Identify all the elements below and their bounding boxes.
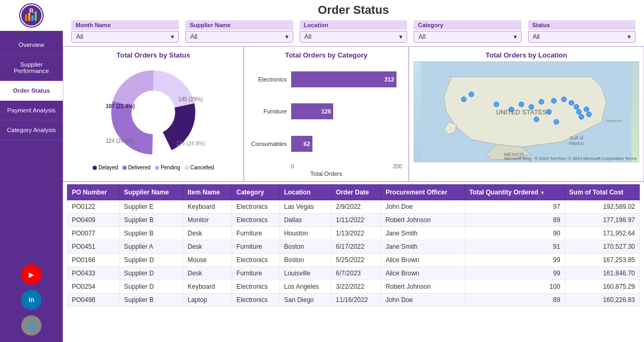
svg-point-10	[135, 94, 172, 131]
col-procurement-officer: Procurement Officer	[381, 185, 465, 200]
filter-supplier-select[interactable]: All▾	[185, 31, 293, 43]
svg-point-33	[587, 112, 591, 117]
filter-status-label: Status	[528, 20, 635, 30]
filter-bar: Month Name All▾ Supplier Name All▾ Locat…	[71, 20, 635, 43]
sidebar-nav: Overview Supplier Performance Order Stat…	[0, 35, 63, 140]
svg-point-38	[494, 102, 499, 107]
filter-status: Status All▾	[528, 20, 635, 43]
svg-rect-5	[35, 11, 37, 21]
table-row: PO0451Supplier ADeskFurnitureBoston6/17/…	[68, 240, 640, 254]
filter-month: Month Name All▾	[71, 20, 179, 43]
table-row: PO0077Supplier BDeskFurnitureHouston1/13…	[68, 227, 640, 240]
svg-point-30	[576, 109, 581, 114]
filter-status-select[interactable]: All▾	[528, 31, 635, 43]
table-row: PO0433Supplier DDeskFurnitureLouisville6…	[68, 267, 640, 280]
table-row: PO0409Supplier BMonitorElectronicsDallas…	[68, 214, 640, 227]
svg-point-26	[551, 99, 556, 103]
svg-point-29	[574, 104, 579, 109]
filter-month-select[interactable]: All▾	[71, 31, 179, 43]
sidebar-item-order-status[interactable]: Order Status	[0, 81, 63, 101]
charts-area: Total Orders by Status	[63, 46, 644, 182]
bar-label-furniture: Furniture	[249, 108, 287, 115]
donut-chart: 107 (21.4%) 145 (29%) 124 (24.8%) 124 (2…	[68, 61, 239, 162]
col-location: Location	[279, 185, 331, 200]
bar-label-consumables: Consumables	[249, 141, 287, 147]
filter-supplier-label: Supplier Name	[185, 20, 293, 30]
bar-chart-title: Total Orders by Category	[249, 51, 404, 59]
filter-category: Category All▾	[414, 20, 521, 43]
svg-text:Gulf of: Gulf of	[570, 135, 584, 141]
data-table-area: PO Number Supplier Name Item Name Catego…	[63, 182, 644, 342]
donut-chart-panel: Total Orders by Status	[63, 46, 244, 182]
filter-category-label: Category	[414, 20, 521, 30]
filter-category-select[interactable]: All▾	[414, 31, 521, 43]
sidebar: R Overview Supplier Performance Order St…	[0, 0, 63, 342]
filter-location-label: Location	[300, 20, 407, 30]
svg-text:Sargasso: Sargasso	[606, 118, 623, 123]
bar-consumables: 62	[291, 136, 312, 152]
col-item-name: Item Name	[183, 185, 232, 200]
donut-chart-title: Total Orders by Status	[68, 51, 239, 59]
svg-point-36	[534, 117, 539, 121]
svg-point-34	[547, 109, 551, 114]
sidebar-item-overview[interactable]: Overview	[0, 35, 63, 55]
bar-furniture: 126	[291, 103, 333, 119]
map-footer: Microsoft Bing © 2024 TomTom, © 2024 Mic…	[505, 156, 637, 161]
table-row: PO0498Supplier BLaptopElectronicsSan Die…	[68, 294, 640, 307]
orders-table: PO Number Supplier Name Item Name Catego…	[67, 184, 640, 307]
col-order-date: Order Date	[332, 185, 381, 200]
filter-supplier: Supplier Name All▾	[185, 20, 293, 43]
svg-point-27	[562, 97, 566, 102]
table-row: PO0122Supplier EKeyboardElectronicsLas V…	[68, 200, 640, 214]
bar-chart-panel: Total Orders by Category Electronics Fur…	[244, 46, 409, 182]
svg-point-24	[529, 104, 534, 109]
bar-electronics: 312	[291, 71, 397, 87]
svg-point-35	[509, 107, 514, 112]
svg-point-22	[469, 92, 474, 96]
col-total-cost: Sum of Total Cost	[565, 185, 639, 200]
svg-text:124 (24.8%): 124 (24.8%)	[106, 138, 135, 144]
filter-location-select[interactable]: All▾	[300, 31, 407, 43]
svg-text:145 (29%): 145 (29%)	[178, 96, 203, 102]
logo-circle: R	[19, 3, 44, 28]
donut-legend: Delayed Delivered Pending Cancelled	[68, 165, 239, 170]
svg-point-21	[461, 97, 466, 102]
logo: R	[0, 0, 63, 31]
bar-x-label: Total Orders	[249, 170, 404, 177]
youtube-icon[interactable]: ▶	[21, 264, 42, 284]
sidebar-social-icons: ▶ in 🌐	[21, 264, 42, 342]
col-category: Category	[232, 185, 279, 200]
main-content: Order Status Month Name All▾ Supplier Na…	[63, 0, 644, 342]
svg-point-31	[579, 115, 584, 119]
map-chart-title: Total Orders by Location	[414, 51, 639, 59]
map-area: UNITED STATES MEXICO Gulf of Mexico Sarg…	[414, 61, 639, 162]
svg-rect-2	[25, 14, 27, 21]
svg-text:124 (24.8%): 124 (24.8%)	[176, 141, 205, 146]
header: Order Status Month Name All▾ Supplier Na…	[63, 0, 644, 46]
table-row: PO0166Supplier DMouseElectronicsBoston5/…	[68, 254, 640, 267]
svg-point-28	[569, 100, 574, 105]
map-panel: Total Orders by Location UNITED	[409, 46, 644, 182]
col-po-number: PO Number	[68, 185, 120, 200]
svg-point-23	[519, 102, 524, 107]
sidebar-item-category-analysis[interactable]: Category Analysis	[0, 120, 63, 140]
table-row: PO0254Supplier DKeyboardElectronicsLos A…	[68, 280, 640, 294]
filter-location: Location All▾	[300, 20, 407, 43]
svg-text:Mexico: Mexico	[569, 141, 584, 146]
page-title: Order Status	[71, 3, 635, 17]
sidebar-item-payment-analysis[interactable]: Payment Analysis	[0, 101, 63, 120]
svg-text:107 (21.4%): 107 (21.4%)	[106, 103, 135, 109]
col-supplier-name: Supplier Name	[120, 185, 183, 200]
svg-point-37	[554, 119, 559, 124]
sidebar-item-supplier-performance[interactable]: Supplier Performance	[0, 55, 63, 81]
filter-month-label: Month Name	[71, 20, 179, 30]
web-icon[interactable]: 🌐	[21, 315, 42, 336]
svg-point-32	[584, 107, 589, 112]
svg-point-25	[539, 100, 544, 104]
svg-rect-3	[28, 13, 30, 21]
linkedin-icon[interactable]: in	[21, 290, 42, 310]
col-total-qty[interactable]: Total Quantity Ordered ▼	[465, 185, 565, 200]
svg-text:UNITED STATES: UNITED STATES	[496, 109, 547, 116]
svg-rect-4	[31, 15, 34, 21]
bar-label-electronics: Electronics	[249, 76, 287, 83]
